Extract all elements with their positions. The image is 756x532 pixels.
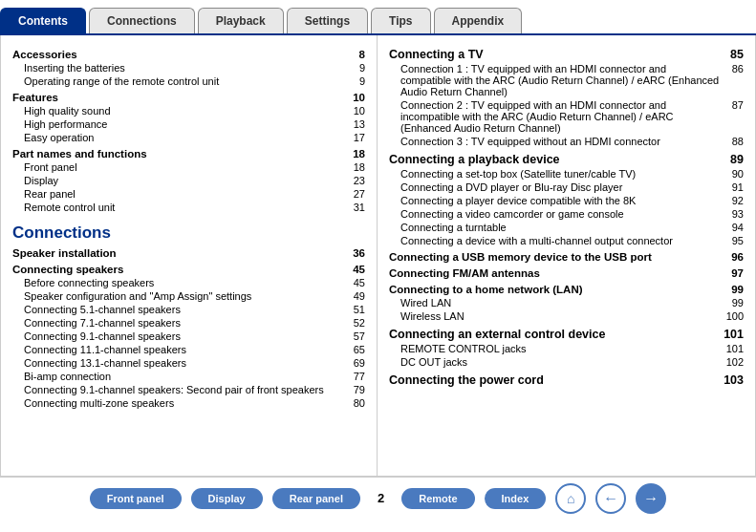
list-item: Connecting to a home network (LAN) 99 bbox=[389, 283, 744, 296]
list-item: Connecting the power cord 103 bbox=[389, 372, 744, 388]
list-item: Speaker installation 36 bbox=[12, 246, 365, 260]
list-item: Connecting 13.1-channel speakers 69 bbox=[12, 356, 365, 370]
list-item: Remote control unit 31 bbox=[12, 201, 365, 214]
list-item: Connecting speakers 45 bbox=[12, 263, 365, 276]
list-item: Connecting multi-zone speakers 80 bbox=[12, 396, 365, 410]
list-item: Connecting 9.1-channel speakers: Second … bbox=[12, 383, 365, 396]
list-item: Connecting a playback device 89 bbox=[389, 152, 744, 167]
remote-button[interactable]: Remote bbox=[401, 488, 474, 509]
list-item: Connecting an external control device 10… bbox=[389, 327, 744, 342]
list-item: Connection 1 : TV equipped with an HDMI … bbox=[389, 62, 744, 98]
list-item: Wired LAN 99 bbox=[389, 296, 744, 309]
list-item: Connecting 5.1-channel speakers 51 bbox=[12, 303, 365, 316]
list-item: Connecting a device with a multi-channel… bbox=[389, 234, 744, 247]
list-item: Speaker configuration and "Amp Assign" s… bbox=[12, 289, 365, 303]
list-item: Connecting a USB memory device to the US… bbox=[389, 250, 744, 264]
list-item: Accessories 8 bbox=[12, 48, 365, 61]
list-item: Part names and functions 18 bbox=[12, 147, 365, 160]
list-item: Display 23 bbox=[12, 174, 365, 187]
list-item: Bi-amp connection 77 bbox=[12, 370, 365, 383]
forward-button[interactable]: → bbox=[636, 483, 666, 514]
list-item: Connecting a turntable 94 bbox=[389, 221, 744, 234]
list-item: Connecting a TV 85 bbox=[389, 47, 744, 62]
back-button[interactable]: ← bbox=[595, 483, 626, 514]
connections-heading: Connections bbox=[12, 223, 365, 243]
tab-appendix[interactable]: Appendix bbox=[434, 8, 523, 33]
tab-contents[interactable]: Contents bbox=[0, 8, 86, 33]
list-item: Rear panel 27 bbox=[12, 187, 365, 201]
list-item: REMOTE CONTROL jacks 101 bbox=[389, 342, 744, 355]
front-panel-button[interactable]: Front panel bbox=[90, 488, 182, 509]
list-item: Connecting 11.1-channel speakers 65 bbox=[12, 343, 365, 356]
list-item: Connecting a DVD player or Blu-ray Disc … bbox=[389, 181, 744, 194]
rear-panel-button[interactable]: Rear panel bbox=[272, 488, 360, 509]
list-item: Connecting a video camcorder or game con… bbox=[389, 207, 744, 221]
list-item: DC OUT jacks 102 bbox=[389, 355, 744, 369]
tab-tips[interactable]: Tips bbox=[371, 8, 430, 33]
list-item: Connecting 7.1-channel speakers 52 bbox=[12, 316, 365, 330]
list-item: Operating range of the remote control un… bbox=[12, 74, 365, 88]
page-number: 2 bbox=[378, 491, 384, 505]
list-item: Inserting the batteries 9 bbox=[12, 61, 365, 74]
list-item: Features 10 bbox=[12, 91, 365, 104]
tab-playback[interactable]: Playback bbox=[198, 8, 284, 33]
top-nav: Contents Connections Playback Settings T… bbox=[0, 0, 756, 35]
tab-settings[interactable]: Settings bbox=[287, 8, 368, 33]
list-item: Wireless LAN 100 bbox=[389, 309, 744, 323]
bottom-nav: Front panel Display Rear panel 2 Remote … bbox=[0, 477, 756, 519]
display-button[interactable]: Display bbox=[191, 488, 263, 509]
list-item: Connection 2 : TV equipped with an HDMI … bbox=[389, 98, 744, 135]
home-button[interactable]: ⌂ bbox=[555, 483, 586, 514]
index-button[interactable]: Index bbox=[485, 488, 547, 509]
tab-connections[interactable]: Connections bbox=[89, 8, 195, 33]
left-column: Accessories 8 Inserting the batteries 9 … bbox=[1, 35, 378, 476]
list-item: Front panel 18 bbox=[12, 160, 365, 174]
list-item: Connecting 9.1-channel speakers 57 bbox=[12, 330, 365, 343]
right-column: Connecting a TV 85 Connection 1 : TV equ… bbox=[378, 35, 755, 476]
list-item: Connecting FM/AM antennas 97 bbox=[389, 266, 744, 280]
list-item: High quality sound 10 bbox=[12, 104, 365, 117]
list-item: Connection 3 : TV equipped without an HD… bbox=[389, 135, 744, 148]
main-content: Accessories 8 Inserting the batteries 9 … bbox=[0, 35, 756, 477]
list-item: Easy operation 17 bbox=[12, 131, 365, 144]
list-item: High performance 13 bbox=[12, 117, 365, 131]
list-item: Before connecting speakers 45 bbox=[12, 276, 365, 289]
list-item: Connecting a set-top box (Satellite tune… bbox=[389, 167, 744, 181]
list-item: Connecting a player device compatible wi… bbox=[389, 194, 744, 207]
